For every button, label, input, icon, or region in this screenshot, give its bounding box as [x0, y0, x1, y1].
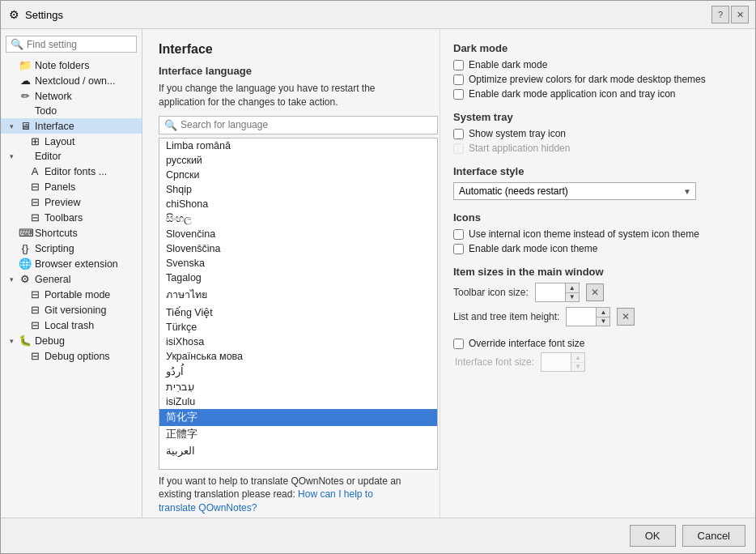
system-tray-title: System tray [453, 111, 742, 123]
language-list[interactable]: Limba românăрусскийСрпскиShqipchiShonaසි… [159, 138, 438, 470]
dark-mode-checkbox[interactable] [453, 75, 464, 85]
icons-section: Icons Use internal icon theme instead of… [453, 211, 742, 254]
list-tree-clear-btn[interactable]: ✕ [617, 308, 635, 326]
language-list-item[interactable]: Shqip [159, 182, 437, 197]
tree-item-icon: 🐛 [19, 335, 32, 347]
sidebar-item-browser-ext[interactable]: 🌐Browser extension [1, 256, 142, 271]
dark-mode-checkbox[interactable] [453, 60, 464, 70]
language-list-item[interactable]: Slovenščina [159, 241, 437, 256]
sidebar-item-editor[interactable]: ▾Editor [1, 149, 142, 164]
language-list-item[interactable]: 正體字 [159, 426, 437, 443]
dark-mode-option-label: Enable dark mode [469, 59, 547, 70]
lang-search-input[interactable] [181, 119, 432, 130]
sidebar-item-interface[interactable]: ▾🖥Interface [1, 118, 142, 134]
language-list-item[interactable]: עִברִית [159, 379, 437, 394]
language-list-item[interactable]: Limba română [159, 138, 437, 153]
toolbar-icon-label: Toolbar icon size: [453, 287, 529, 298]
font-size-increment-btn[interactable]: ▲ [571, 353, 584, 362]
interface-style-select[interactable]: Automatic (needs restart)WindowsFusion [453, 182, 696, 200]
sidebar-item-layout[interactable]: ⊞Layout [1, 134, 142, 149]
system-tray-checkbox[interactable] [453, 129, 464, 139]
sidebar-item-portable-mode[interactable]: ⊟Portable mode [1, 287, 142, 302]
sidebar-item-label: Shortcuts [35, 228, 78, 239]
sidebar-item-toolbars[interactable]: ⊟Toolbars [1, 210, 142, 225]
language-list-item[interactable]: ภาษาไทย [159, 285, 437, 305]
language-list-item[interactable]: Türkçe [159, 320, 437, 335]
sidebar-item-label: Layout [45, 136, 75, 147]
sidebar-items: 📁Note folders☁Nextcloud / own...✏Network… [1, 58, 142, 364]
icons-checkbox[interactable] [453, 244, 464, 254]
sidebar-item-label: Note folders [35, 60, 89, 71]
toolbar-icon-increment-btn[interactable]: ▲ [566, 283, 579, 292]
toolbar-icon-spinbox[interactable]: 24 ▲ ▼ [535, 283, 580, 302]
override-font-label: Override interface font size [469, 338, 584, 349]
language-list-item[interactable]: සිංහල [159, 211, 437, 227]
tree-item-icon: ⊟ [28, 350, 41, 362]
sidebar-search-box[interactable]: 🔍 [6, 36, 137, 53]
sidebar-item-nextcloud[interactable]: ☁Nextcloud / own... [1, 73, 142, 88]
list-tree-spinbox[interactable]: 14px ▲ ▼ [566, 307, 610, 326]
font-size-spinbox-btns: ▲ ▼ [571, 353, 584, 371]
icons-option: Use internal icon theme instead of syste… [453, 228, 742, 240]
sidebar-item-todo[interactable]: Todo [1, 104, 142, 118]
sidebar-item-label: Local trash [45, 320, 94, 331]
font-size-decrement-btn[interactable]: ▼ [571, 362, 584, 371]
sidebar-item-scripting[interactable]: {}Scripting [1, 241, 142, 256]
sidebar-item-local-trash[interactable]: ⊟Local trash [1, 317, 142, 333]
language-list-item[interactable]: isiXhosa [159, 335, 437, 349]
cancel-button[interactable]: Cancel [682, 525, 745, 547]
language-list-item[interactable]: اُردُو [159, 364, 437, 379]
language-list-item[interactable]: Slovenčina [159, 227, 437, 241]
language-list-item[interactable]: chiShona [159, 197, 437, 211]
language-list-item[interactable]: isiZulu [159, 394, 437, 409]
language-list-item[interactable]: Српски [159, 168, 437, 182]
sidebar-item-shortcuts[interactable]: ⌨Shortcuts [1, 225, 142, 241]
translate-link[interactable]: How can I help totranslate QOwnNotes? [159, 488, 373, 514]
dark-mode-checkbox[interactable] [453, 89, 464, 100]
lang-search-box[interactable]: 🔍 [159, 116, 438, 134]
tree-item-icon: ⊟ [28, 319, 41, 331]
sidebar-item-debug-options[interactable]: ⊟Debug options [1, 348, 142, 364]
language-list-item[interactable]: 简化字 [159, 409, 437, 426]
toolbar-icon-input[interactable]: 24 [536, 285, 565, 300]
language-list-item[interactable]: العربية [159, 443, 437, 458]
language-list-item[interactable]: Svenska [159, 256, 437, 271]
toolbar-icon-clear-btn[interactable]: ✕ [586, 283, 604, 301]
language-list-item[interactable]: Tagalog [159, 271, 437, 285]
sidebar-item-preview[interactable]: ⊟Preview [1, 194, 142, 210]
sidebar-item-network[interactable]: ✏Network [1, 88, 142, 104]
ok-button[interactable]: OK [630, 525, 676, 547]
tree-item-icon: 📁 [19, 59, 32, 71]
list-tree-increment-btn[interactable]: ▲ [597, 308, 609, 317]
sidebar-item-general[interactable]: ▾⚙General [1, 271, 142, 287]
language-list-item[interactable]: русский [159, 153, 437, 168]
tree-item-icon: ✏ [19, 90, 32, 102]
list-tree-input[interactable]: 14px [567, 309, 596, 324]
interface-style-dropdown-wrapper[interactable]: Automatic (needs restart)WindowsFusion ▼ [453, 182, 696, 200]
language-list-item[interactable]: Українська мова [159, 349, 437, 364]
close-button[interactable]: ✕ [731, 6, 749, 23]
bottom-bar: OK Cancel [1, 518, 755, 553]
tree-arrow-icon: ▾ [7, 152, 15, 160]
sidebar-search-input[interactable] [27, 39, 132, 50]
sidebar-item-git-versioning[interactable]: ⊟Git versioning [1, 302, 142, 317]
interface-style-row: Automatic (needs restart)WindowsFusion ▼ [453, 182, 742, 200]
sidebar-item-editor-fonts[interactable]: AEditor fonts ... [1, 164, 142, 179]
sidebar-item-note-folders[interactable]: 📁Note folders [1, 58, 142, 73]
list-tree-decrement-btn[interactable]: ▼ [597, 317, 609, 326]
tree-item-icon: ☁ [19, 75, 32, 87]
font-size-input[interactable]: 11px [542, 355, 571, 369]
system-tray-options: Show system tray iconStart application h… [453, 128, 742, 154]
sidebar-item-label: Git versioning [45, 305, 106, 316]
sidebar-item-panels[interactable]: ⊟Panels [1, 179, 142, 194]
lang-description: If you change the language you have to r… [159, 82, 423, 109]
toolbar-icon-decrement-btn[interactable]: ▼ [566, 292, 579, 301]
icons-checkbox[interactable] [453, 229, 464, 240]
tree-item-icon: ⊟ [28, 196, 41, 208]
override-font-checkbox[interactable] [453, 339, 464, 349]
font-size-spinbox[interactable]: 11px ▲ ▼ [541, 352, 585, 372]
item-sizes-title: Item sizes in the main window [453, 266, 742, 278]
help-button[interactable]: ? [711, 6, 729, 23]
language-list-item[interactable]: Tiếng Việt [159, 305, 437, 320]
sidebar-item-debug[interactable]: ▾🐛Debug [1, 333, 142, 348]
